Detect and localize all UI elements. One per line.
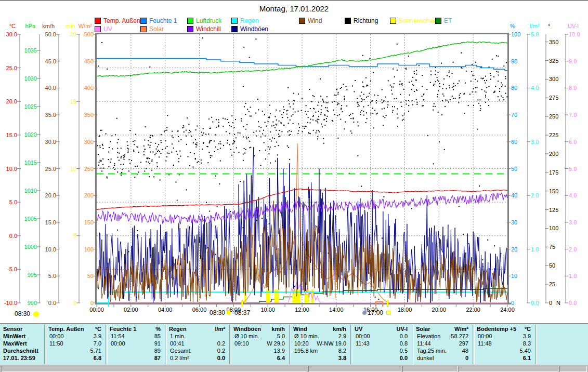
axis-tick-label: 4.0 [531, 85, 539, 91]
axis-tick-label: 990 [28, 300, 37, 306]
sunset-annotation: 17:00 [362, 309, 390, 316]
axis-tick-label: 20.0 [6, 98, 17, 104]
axis-tick-label: 150 [549, 188, 558, 194]
axis-tick-label: 1.0 [531, 246, 539, 253]
table-divider [106, 325, 108, 364]
table-cell: 1 min. [170, 333, 186, 340]
axis-tick-label: 15.0 [45, 219, 56, 225]
table-cell: 91 [106, 340, 161, 347]
status-segment [2, 366, 307, 372]
table-cell: 297 [412, 340, 468, 347]
axis-tick-label: 350 [549, 39, 558, 45]
axis-tick-label: N [556, 300, 560, 306]
table-cell: MinWert [3, 333, 25, 340]
axis-tick-label: 100 [549, 225, 558, 231]
table-cell: Durchschnitt [3, 348, 38, 354]
axis-tick-label: 100 [84, 246, 94, 253]
table-cell: 6.8 [45, 355, 101, 362]
axis-tick-label: 1010 [24, 188, 37, 194]
axis-tick-label: 0.0 [531, 300, 539, 306]
axis-tick-label: 1000 [24, 244, 37, 250]
axis-tick-label: 275 [549, 95, 558, 101]
weather-chart[interactable]: 30.025.020.015.010.05.00.0-5.0-10.0°C103… [0, 0, 588, 323]
axis-unit-label: UV-I [568, 23, 579, 29]
weather-app-window: Montag, 17.01.2022 Temp. AußenFeuchte 1L… [0, 0, 588, 372]
axis-tick-label: 1025 [24, 103, 37, 110]
axis-tick-label: 0 [511, 300, 514, 306]
axis-tick-label: 100 [511, 31, 520, 37]
table-cell: 48 [412, 348, 468, 354]
rain-axis-marker [108, 300, 109, 307]
axis-tick-label: 30.0 [6, 31, 17, 37]
axis-tick-label: 2.0 [531, 192, 539, 198]
axis-tick-label: 60 [511, 139, 517, 145]
table-cell: 85 [106, 333, 161, 340]
axis-unit-label: l/m² [530, 23, 540, 29]
axis-tick-label: 5.0 [48, 273, 56, 279]
axis-unit-label: °C [9, 23, 16, 29]
table-divider [473, 325, 475, 364]
axis-tick-label: 6.0 [569, 139, 577, 145]
axis-unit-label: ° [548, 23, 550, 29]
table-cell: -58.272 [412, 333, 468, 340]
sunset-marker-icon [386, 311, 390, 315]
time-axis-label: 10:00 [260, 307, 275, 313]
table-header: °C [45, 326, 101, 333]
table-cell: 17.01. 23:59 [3, 355, 35, 362]
table-cell: 7.0 [45, 340, 101, 347]
sun-icon [33, 311, 39, 317]
table-divider [535, 325, 537, 364]
axis-tick-label: 1020 [24, 131, 37, 138]
axis-unit-label: % [510, 23, 515, 29]
sunrise-start-label: 08:30 [210, 309, 225, 316]
axis-tick-label: 50 [549, 262, 555, 269]
axis-tick-label: 3.0 [569, 219, 577, 225]
table-cell: MaxWert [3, 340, 27, 347]
sunrise-time-corner-label: 08:30 [15, 310, 30, 317]
table-header: l/m² [165, 326, 225, 333]
axis-unit-label: km/h [42, 23, 55, 29]
table-cell: 8.2 [290, 348, 346, 354]
table-cell: 3.9 [473, 333, 531, 340]
axis-tick-label: 50 [511, 166, 517, 172]
table-cell: 0.2 [165, 348, 225, 354]
axis-tick-label: 0 [549, 300, 552, 306]
axis-tick-label: 400 [84, 85, 94, 91]
axis-tick-label: 20.0 [45, 192, 56, 198]
axis-tick-label: 1005 [24, 216, 37, 222]
time-axis-label: 06:00 [192, 307, 207, 313]
stats-table: SensorMinWertMaxWertDurchschnitt17.01. 2… [0, 323, 588, 365]
status-bar [0, 365, 588, 372]
axis-tick-label: 250 [549, 113, 558, 119]
table-cell: 0.0 [165, 355, 225, 362]
table-cell: 3.8 [290, 355, 346, 362]
axis-tick-label: 0 [73, 300, 76, 306]
table-cell: 0.0 [351, 355, 408, 362]
axis-tick-label: 150 [84, 219, 94, 225]
axis-tick-label: 10 [70, 166, 76, 172]
axis-tick-label: 3.0 [531, 139, 539, 145]
axis-tick-label: 225 [549, 132, 558, 138]
axis-tick-label: 200 [549, 151, 558, 157]
axis-tick-label: 20 [70, 31, 76, 37]
axis-tick-label: 40.0 [45, 85, 56, 91]
table-cell: 2.9 [290, 333, 346, 340]
sunrise-time-corner: 08:30 [15, 310, 39, 317]
axis-tick-label: 0 [90, 300, 94, 306]
axis-unit-label: hPa [25, 23, 35, 29]
table-cell: 8.3 [473, 340, 531, 347]
axis-tick-label: 500 [84, 31, 94, 37]
axis-tick-label: 0.0 [9, 233, 17, 239]
axis-tick-label: 10.0 [569, 31, 580, 37]
axis-tick-label: 80 [511, 85, 517, 91]
table-cell: 89 [106, 348, 161, 354]
axis-tick-label: 15.0 [6, 132, 17, 138]
table-cell: 0 [412, 355, 468, 362]
axis-tick-label: 200 [84, 192, 94, 198]
axis-tick-label: -5.0 [7, 266, 17, 272]
table-cell: 0.2 [165, 340, 225, 347]
table-cell: 0.5 [351, 348, 408, 354]
time-axis-label: 02:00 [124, 307, 138, 313]
table-header: °C [473, 326, 531, 333]
table-cell: 0.8 [351, 340, 408, 347]
